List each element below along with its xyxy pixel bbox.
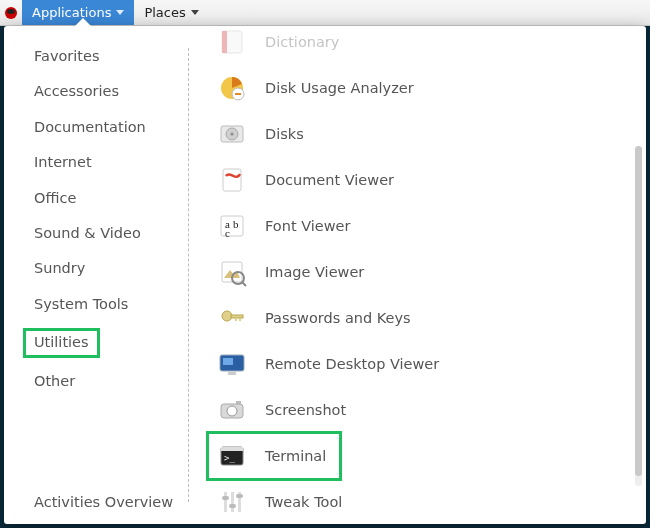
app-item-passwords-and-keys[interactable]: Passwords and Keys [215, 296, 630, 340]
scrollbar-thumb[interactable] [635, 146, 642, 476]
app-label: Remote Desktop Viewer [265, 356, 439, 372]
app-label: Tweak Tool [265, 494, 342, 510]
app-item-terminal[interactable]: >_Terminal [209, 434, 339, 478]
category-item-accessories[interactable]: Accessories [34, 83, 119, 100]
svg-text:b: b [233, 218, 239, 230]
app-label: Passwords and Keys [265, 310, 411, 326]
app-label: Image Viewer [265, 264, 364, 280]
category-item-sundry[interactable]: Sundry [34, 260, 85, 277]
screenshot-icon [215, 393, 249, 427]
app-item-font-viewer[interactable]: abcFont Viewer [215, 204, 630, 248]
svg-point-1 [7, 9, 15, 14]
svg-rect-21 [235, 318, 237, 321]
app-label: Document Viewer [265, 172, 394, 188]
app-item-document-viewer[interactable]: Document Viewer [215, 158, 630, 202]
tweak-tool-icon [215, 485, 249, 519]
distro-logo [0, 0, 22, 25]
menu-places-label: Places [144, 5, 185, 20]
category-label: Other [34, 373, 75, 389]
app-label: Disks [265, 126, 304, 142]
svg-rect-23 [223, 358, 233, 365]
dictionary-icon [215, 26, 249, 59]
app-item-image-viewer[interactable]: Image Viewer [215, 250, 630, 294]
svg-rect-10 [223, 169, 241, 191]
svg-rect-27 [236, 401, 241, 405]
category-label: Sundry [34, 260, 85, 276]
category-label: Office [34, 190, 76, 206]
disks-icon [215, 117, 249, 151]
activities-overview[interactable]: Activities Overview [4, 494, 188, 510]
font-viewer-icon: abc [215, 209, 249, 243]
app-item-remote-desktop-viewer[interactable]: Remote Desktop Viewer [215, 342, 630, 386]
applications-menu-panel: FavoritesAccessoriesDocumentationInterne… [4, 26, 646, 524]
svg-rect-24 [228, 372, 236, 375]
svg-point-26 [227, 406, 237, 416]
chevron-down-icon [116, 10, 124, 15]
activities-overview-label: Activities Overview [34, 494, 173, 510]
category-item-system-tools[interactable]: System Tools [34, 296, 128, 313]
menu-places[interactable]: Places [134, 0, 208, 25]
svg-line-17 [242, 282, 246, 286]
category-label: Utilities [34, 334, 89, 350]
svg-rect-29 [221, 447, 243, 451]
terminal-icon: >_ [215, 439, 249, 473]
chevron-down-icon [191, 10, 199, 15]
category-sidebar: FavoritesAccessoriesDocumentationInterne… [4, 26, 188, 524]
document-viewer-icon [215, 163, 249, 197]
svg-rect-6 [235, 93, 241, 95]
category-item-other[interactable]: Other [34, 373, 75, 390]
svg-text:c: c [225, 227, 230, 239]
app-label: Disk Usage Analyzer [265, 80, 414, 96]
svg-rect-35 [229, 504, 236, 508]
app-label: Dictionary [265, 34, 339, 50]
category-item-documentation[interactable]: Documentation [34, 119, 146, 136]
category-label: Documentation [34, 119, 146, 135]
category-label: Accessories [34, 83, 119, 99]
category-label: Favorites [34, 48, 100, 64]
app-item-disk-usage-analyzer[interactable]: Disk Usage Analyzer [215, 66, 630, 110]
app-item-screenshot[interactable]: Screenshot [215, 388, 630, 432]
svg-rect-34 [222, 496, 229, 500]
category-label: Sound & Video [34, 225, 141, 241]
applications-list: DictionaryDisk Usage AnalyzerDisksDocume… [189, 26, 646, 524]
category-item-office[interactable]: Office [34, 190, 76, 207]
svg-text:>_: >_ [224, 453, 235, 463]
top-menu-bar: Applications Places [0, 0, 650, 26]
menu-applications-label: Applications [32, 5, 111, 20]
category-item-favorites[interactable]: Favorites [34, 48, 100, 65]
passwords-keys-icon [215, 301, 249, 335]
category-label: Internet [34, 154, 92, 170]
remote-desktop-icon [215, 347, 249, 381]
app-item-dictionary[interactable]: Dictionary [215, 26, 630, 64]
category-item-internet[interactable]: Internet [34, 154, 92, 171]
svg-rect-36 [236, 494, 243, 498]
app-label: Terminal [265, 448, 326, 464]
image-viewer-icon [215, 255, 249, 289]
disk-usage-icon [215, 71, 249, 105]
svg-rect-32 [231, 492, 234, 512]
svg-point-9 [231, 133, 234, 136]
app-item-disks[interactable]: Disks [215, 112, 630, 156]
svg-rect-3 [222, 31, 227, 53]
svg-rect-31 [224, 492, 227, 512]
svg-rect-19 [231, 315, 243, 318]
category-label: System Tools [34, 296, 128, 312]
svg-rect-20 [239, 318, 241, 321]
category-item-sound-video[interactable]: Sound & Video [34, 225, 141, 242]
app-label: Screenshot [265, 402, 346, 418]
category-item-utilities[interactable]: Utilities [26, 331, 97, 354]
app-item-tweak-tool[interactable]: Tweak Tool [215, 480, 630, 524]
app-label: Font Viewer [265, 218, 350, 234]
